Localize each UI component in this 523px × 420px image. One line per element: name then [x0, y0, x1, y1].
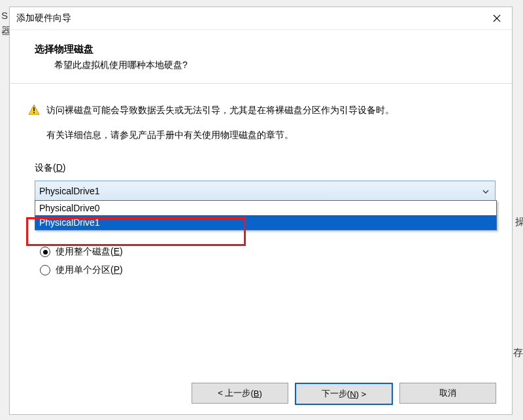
device-label-suffix: ) — [63, 162, 66, 173]
radio-icon — [40, 265, 50, 275]
cancel-button[interactable]: 取消 — [399, 383, 496, 404]
background-char-cun: 存 — [513, 347, 523, 359]
wizard-content: 访问裸磁盘可能会导致数据丢失或无法引导，尤其是在将裸磁盘分区作为引导设备时。 有… — [10, 84, 512, 286]
next-label-key: N — [350, 389, 356, 399]
wizard-header: 选择物理磁盘 希望此虚拟机使用哪种本地硬盘? — [10, 30, 512, 84]
wizard-step-title: 选择物理磁盘 — [35, 43, 496, 56]
chevron-down-icon — [479, 186, 492, 196]
close-button[interactable] — [482, 7, 512, 29]
back-button[interactable]: < 上一步(B) — [192, 383, 288, 404]
background-char-s: S — [1, 10, 8, 21]
svg-rect-3 — [33, 107, 35, 111]
device-dropdown-list: PhysicalDrive0 PhysicalDrive1 — [35, 200, 497, 230]
title-bar: 添加硬件向导 — [10, 7, 512, 30]
background-char-cao: 操 — [515, 216, 523, 242]
close-icon — [493, 14, 501, 22]
radio1-label-key: E — [114, 246, 120, 256]
add-hardware-wizard-dialog: 添加硬件向导 选择物理磁盘 希望此虚拟机使用哪种本地硬盘? 访问裸磁盘可能会导致… — [9, 7, 513, 415]
radio-use-entire-disk[interactable]: 使用整个磁盘(E) — [40, 243, 494, 261]
device-dropdown[interactable]: PhysicalDrive1 PhysicalDrive0 PhysicalDr… — [35, 181, 496, 201]
info-text: 有关详细信息，请参见产品手册中有关使用物理磁盘的章节。 — [46, 130, 494, 141]
radio2-label-suf: ) — [120, 264, 123, 275]
next-label-suf: ) > — [356, 389, 367, 399]
next-button[interactable]: 下一步(N) > — [295, 383, 393, 405]
radio2-label-key: P — [114, 264, 120, 275]
next-label-pre: 下一步( — [322, 388, 350, 400]
radio2-label-pre: 使用单个分区( — [56, 264, 114, 275]
cancel-label: 取消 — [439, 387, 456, 399]
wizard-button-bar: < 上一步(B) 下一步(N) > 取消 — [192, 383, 496, 405]
radio-icon — [40, 247, 50, 257]
dialog-title: 添加硬件向导 — [16, 12, 71, 24]
back-label-key: B — [254, 389, 260, 398]
radio-use-single-partition[interactable]: 使用单个分区(P) — [40, 261, 494, 279]
device-option-physicaldrive0[interactable]: PhysicalDrive0 — [35, 201, 496, 215]
back-label-pre: < 上一步( — [218, 387, 254, 399]
device-label-prefix: 设备( — [35, 162, 56, 173]
device-combo-box[interactable]: PhysicalDrive1 — [35, 181, 496, 201]
device-option-physicaldrive1[interactable]: PhysicalDrive1 — [35, 215, 496, 230]
device-selected-value: PhysicalDrive1 — [39, 186, 100, 196]
radio1-label-suf: ) — [120, 246, 123, 256]
device-label-accel: D — [56, 162, 63, 173]
svg-rect-4 — [33, 112, 35, 113]
warning-text: 访问裸磁盘可能会导致数据丢失或无法引导，尤其是在将裸磁盘分区作为引导设备时。 — [46, 103, 394, 117]
device-label: 设备(D) — [35, 162, 494, 174]
warning-block: 访问裸磁盘可能会导致数据丢失或无法引导，尤其是在将裸磁盘分区作为引导设备时。 — [28, 103, 494, 118]
radio1-label-pre: 使用整个磁盘( — [56, 246, 114, 256]
wizard-step-subtitle: 希望此虚拟机使用哪种本地硬盘? — [54, 60, 496, 71]
back-label-suf: ) — [259, 389, 262, 398]
usage-radio-group: 使用整个磁盘(E) 使用单个分区(P) — [40, 243, 494, 279]
warning-icon — [28, 104, 40, 118]
